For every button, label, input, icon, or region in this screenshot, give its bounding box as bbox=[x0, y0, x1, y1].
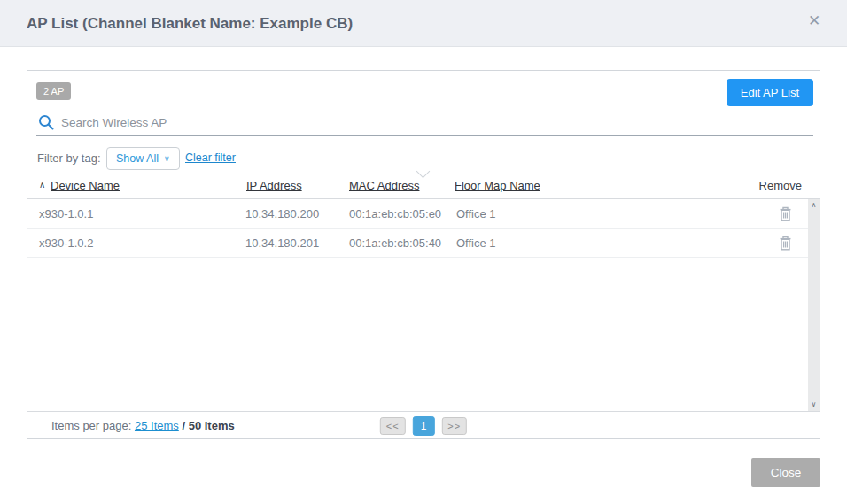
remove-ap-button[interactable] bbox=[779, 236, 792, 251]
items-per-page-link[interactable]: 25 Items bbox=[135, 419, 179, 432]
items-separator: / bbox=[182, 419, 185, 432]
pagination-prev-button[interactable]: << bbox=[380, 417, 406, 435]
column-header-ip-address[interactable]: IP Address bbox=[246, 179, 302, 192]
search-icon bbox=[38, 114, 55, 135]
tag-filter-dropdown[interactable]: Show All ∨ bbox=[106, 147, 180, 170]
clear-filter-link[interactable]: Clear filter bbox=[185, 151, 236, 164]
edit-ap-list-button[interactable]: Edit AP List bbox=[727, 79, 813, 106]
close-icon[interactable]: ✕ bbox=[808, 13, 820, 28]
table-body: x930-1.0.1 10.34.180.200 00:1a:eb:cb:05:… bbox=[27, 199, 808, 258]
cell-floor-map-name: Office 1 bbox=[456, 236, 496, 250]
column-header-mac-address[interactable]: MAC Address bbox=[349, 179, 419, 192]
vertical-scrollbar[interactable]: ∧ ∨ bbox=[808, 199, 820, 411]
page-title: AP List (Channel Blanket Name: Example C… bbox=[27, 0, 353, 47]
pagination-bar: Items per page: 25 Items / 50 Items << 1… bbox=[27, 411, 820, 438]
table-row: x930-1.0.2 10.34.180.201 00:1a:eb:cb:05:… bbox=[27, 229, 808, 258]
pagination-current-page[interactable]: 1 bbox=[413, 416, 435, 436]
cell-device-name: x930-1.0.1 bbox=[39, 207, 93, 221]
tag-filter-value: Show All bbox=[116, 152, 159, 165]
trash-icon bbox=[779, 206, 792, 221]
filter-by-tag-label: Filter by tag: bbox=[37, 151, 101, 165]
search-bar bbox=[36, 112, 813, 136]
ap-list-panel: 2 AP Edit AP List Filter by tag: Show Al… bbox=[27, 70, 820, 439]
column-header-floor-map-name[interactable]: Floor Map Name bbox=[455, 179, 540, 192]
scroll-down-icon[interactable]: ∨ bbox=[812, 399, 817, 411]
pager: << 1 >> bbox=[380, 416, 467, 436]
trash-icon bbox=[779, 236, 792, 251]
items-per-page-label: Items per page: bbox=[51, 419, 131, 432]
cell-device-name: x930-1.0.2 bbox=[39, 236, 93, 250]
cell-ip-address: 10.34.180.201 bbox=[245, 236, 319, 250]
pagination-next-button[interactable]: >> bbox=[441, 417, 467, 435]
column-header-remove: Remove bbox=[759, 179, 802, 192]
cell-floor-map-name: Office 1 bbox=[456, 207, 496, 221]
search-input[interactable] bbox=[61, 112, 810, 132]
items-per-page-info: Items per page: 25 Items / 50 Items bbox=[51, 419, 235, 432]
total-items-label: 50 Items bbox=[189, 419, 235, 432]
chevron-down-icon: ∨ bbox=[164, 154, 170, 163]
table-row: x930-1.0.1 10.34.180.200 00:1a:eb:cb:05:… bbox=[27, 199, 808, 229]
remove-ap-button[interactable] bbox=[779, 206, 792, 221]
scroll-up-icon[interactable]: ∧ bbox=[812, 199, 817, 212]
column-header-device-name[interactable]: Device Name bbox=[51, 179, 120, 192]
cell-ip-address: 10.34.180.200 bbox=[245, 207, 319, 221]
cell-mac-address: 00:1a:eb:cb:05:40 bbox=[349, 236, 441, 250]
sort-asc-icon[interactable]: ∧ bbox=[39, 180, 45, 190]
table-header: ∧ Device Name IP Address MAC Address Flo… bbox=[27, 174, 820, 199]
close-button[interactable]: Close bbox=[751, 458, 820, 487]
modal-header: AP List (Channel Blanket Name: Example C… bbox=[0, 0, 847, 47]
cell-mac-address: 00:1a:eb:cb:05:e0 bbox=[349, 207, 441, 221]
ap-count-badge: 2 AP bbox=[36, 82, 71, 100]
